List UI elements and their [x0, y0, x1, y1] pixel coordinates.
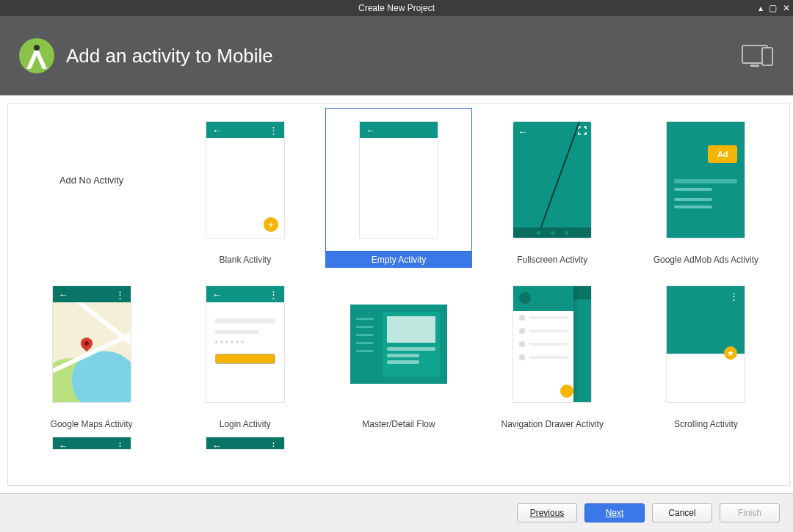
template-label: Empty Activity: [325, 252, 471, 268]
fab-icon: +: [264, 217, 278, 232]
minimize-icon[interactable]: ▴: [758, 4, 763, 12]
thumbnail-maps: ←⋮: [52, 285, 131, 403]
back-arrow-icon: ←: [59, 289, 68, 300]
template-label: Scrolling Activity: [633, 416, 779, 432]
template-add-no-activity[interactable]: Add No Activity: [17, 106, 166, 269]
finish-button: Finish: [720, 503, 780, 522]
template-label: Master/Detail Flow: [325, 416, 471, 432]
wizard-banner: Add an activity to Mobile: [0, 16, 793, 95]
thumbnail-blank: ←⋮ +: [206, 121, 285, 238]
thumbnail-empty: ←: [359, 121, 438, 238]
thumbnail-nav-drawer: [513, 285, 592, 403]
device-form-factor-icon: [742, 43, 775, 68]
template-partial-1[interactable]: ←⋮: [17, 435, 166, 451]
overflow-menu-icon: ⋮: [269, 125, 278, 136]
template-label: Add No Activity: [59, 175, 123, 186]
wizard-footer: Previous Next Cancel Finish: [0, 493, 793, 532]
overflow-menu-icon: ⋮: [269, 289, 278, 300]
template-label: Navigation Drawer Activity: [479, 416, 626, 432]
overflow-menu-icon: ⋮: [269, 440, 278, 451]
overflow-menu-icon: ⋮: [729, 291, 739, 302]
template-navigation-drawer-activity[interactable]: Navigation Drawer Activity: [478, 271, 627, 434]
svg-rect-4: [762, 48, 772, 65]
thumbnail-master-detail: [350, 305, 447, 384]
next-button[interactable]: Next: [584, 503, 645, 522]
template-admob-activity[interactable]: Ad Google AdMob Ads Activity: [631, 106, 781, 269]
back-arrow-icon: ←: [212, 125, 222, 136]
template-label: Login Activity: [172, 416, 318, 432]
thumbnail-fullscreen: ←: [513, 121, 592, 238]
template-partial-2[interactable]: ←⋮: [170, 435, 319, 451]
template-master-detail-flow[interactable]: Master/Detail Flow: [324, 271, 473, 434]
back-arrow-icon: ←: [212, 440, 222, 451]
back-arrow-icon: ←: [59, 440, 68, 451]
thumbnail-login: ←⋮: [206, 285, 285, 403]
window-title: Create New Project: [358, 3, 435, 13]
back-arrow-icon: ←: [212, 289, 222, 300]
thumbnail-admob: Ad: [666, 121, 745, 238]
android-studio-logo-icon: [18, 37, 56, 75]
template-grid: Add No Activity ←⋮ + Blank Activity ←: [17, 106, 781, 451]
template-label: Fullscreen Activity: [479, 252, 626, 268]
template-label: Google Maps Activity: [18, 416, 164, 432]
window-controls: ▴ ▢ ✕: [758, 0, 790, 16]
overflow-menu-icon: ⋮: [115, 440, 125, 451]
svg-rect-3: [750, 65, 759, 67]
svg-point-1: [34, 45, 40, 51]
thumbnail-scrolling: ⋮ ★: [666, 285, 745, 403]
template-scrolling-activity[interactable]: ⋮ ★ Scrolling Activity: [631, 271, 781, 434]
template-label: Google AdMob Ads Activity: [633, 252, 779, 268]
back-arrow-icon: ←: [518, 126, 526, 135]
template-login-activity[interactable]: ←⋮ Login Activity: [170, 271, 319, 434]
titlebar: Create New Project ▴ ▢ ✕: [0, 0, 793, 16]
close-icon[interactable]: ✕: [783, 4, 790, 12]
fab-icon: ★: [724, 346, 737, 360]
page-title: Add an activity to Mobile: [66, 45, 273, 68]
maximize-icon[interactable]: ▢: [769, 4, 777, 12]
template-empty-activity[interactable]: ← Empty Activity: [324, 106, 473, 269]
template-fullscreen-activity[interactable]: ← Fullscreen Activity: [478, 106, 627, 269]
content-frame: Add No Activity ←⋮ + Blank Activity ←: [0, 95, 793, 493]
template-blank-activity[interactable]: ←⋮ + Blank Activity: [170, 106, 319, 269]
template-label: Blank Activity: [172, 252, 318, 268]
overflow-menu-icon: ⋮: [115, 289, 125, 300]
template-scroll-area[interactable]: Add No Activity ←⋮ + Blank Activity ←: [7, 103, 790, 486]
previous-button[interactable]: Previous: [517, 503, 577, 522]
cancel-button[interactable]: Cancel: [652, 503, 712, 522]
expand-icon: [578, 126, 587, 135]
template-google-maps-activity[interactable]: ←⋮ Google Maps Activity: [17, 271, 166, 434]
back-arrow-icon: ←: [366, 125, 375, 136]
ad-badge: Ad: [708, 145, 737, 163]
